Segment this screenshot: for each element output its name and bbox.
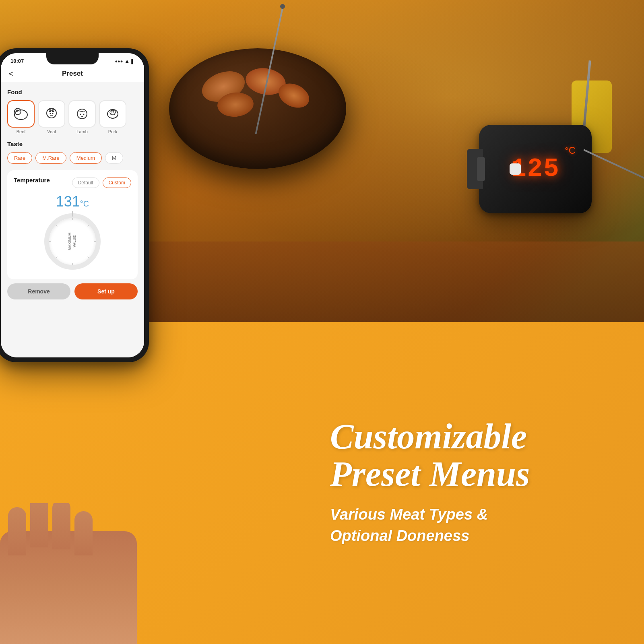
food-label-veal: Veal	[47, 129, 56, 134]
food-icon-veal[interactable]	[38, 100, 65, 128]
status-icons: ●●● ▲ ▌	[115, 58, 134, 64]
svg-line-22	[56, 225, 57, 226]
svg-point-6	[50, 113, 51, 114]
phone-frame: 10:07 ●●● ▲ ▌ < Preset Food	[0, 48, 149, 362]
bottom-buttons: Remove Set up	[7, 283, 138, 299]
food-item-lamb[interactable]: Lamb	[68, 100, 96, 134]
phone-notch	[46, 53, 99, 64]
svg-point-9	[80, 114, 81, 115]
temp-value-display: 131°C	[14, 193, 131, 210]
temp-header: Temperature Default Custom	[14, 177, 131, 188]
signal-icon: ●●●	[115, 59, 123, 64]
headline-customizable: Customizable	[330, 419, 612, 454]
subtitle-line2: Optional Doneness	[330, 526, 612, 547]
device-unit: °C	[565, 145, 576, 156]
food-item-veal[interactable]: Veal	[38, 100, 65, 134]
temp-label: Temperature	[14, 177, 50, 184]
temperature-dial[interactable]: MAXIMUMVALUE	[44, 213, 101, 270]
hand-bottom	[0, 503, 153, 644]
taste-options-row: Rare M.Rare Medium M	[7, 152, 138, 164]
dial-container[interactable]: MAXIMUMVALUE	[14, 213, 131, 270]
toggle-custom[interactable]: Custom	[103, 178, 131, 188]
dial-ticks-svg	[44, 213, 101, 270]
headline-preset: Preset Menus	[330, 456, 612, 492]
app-title: Preset	[62, 70, 83, 78]
food-item-pork[interactable]: Pork	[99, 100, 126, 134]
pork-icon	[105, 106, 121, 122]
toggle-default[interactable]: Default	[72, 178, 99, 188]
svg-point-1	[14, 108, 21, 115]
food-section-label: Food	[7, 89, 138, 95]
temp-unit: °C	[80, 199, 89, 208]
bottom-section: 10:07 ●●● ▲ ▌ < Preset Food	[0, 322, 644, 644]
thermometer-device: 125 °C	[479, 125, 592, 213]
svg-point-15	[111, 114, 112, 115]
subtitle-line1: Various Meat Types &	[330, 504, 612, 525]
svg-point-3	[47, 108, 56, 118]
food-item-beef[interactable]: Beef	[7, 100, 35, 134]
svg-point-4	[49, 109, 51, 112]
svg-point-12	[110, 110, 116, 114]
svg-point-5	[52, 109, 54, 112]
right-content-area: Customizable Preset Menus Various Meat T…	[330, 419, 612, 547]
svg-point-11	[107, 109, 118, 118]
temp-number: 131	[56, 193, 80, 210]
device-side-button	[477, 157, 485, 181]
svg-point-13	[111, 111, 113, 113]
food-icon-lamb[interactable]	[68, 100, 96, 128]
temp-toggle-group: Default Custom	[72, 178, 131, 188]
battery-icon: ▌	[131, 59, 134, 64]
device-body: 125 °C	[479, 125, 592, 213]
beef-icon	[13, 106, 29, 122]
svg-point-14	[113, 111, 114, 113]
lamb-icon	[74, 106, 90, 122]
svg-line-24	[56, 257, 57, 258]
subtitle-text: Various Meat Types & Optional Doneness	[330, 504, 612, 547]
svg-line-23	[88, 257, 89, 258]
svg-point-8	[77, 109, 87, 119]
setup-button[interactable]: Set up	[74, 283, 138, 299]
taste-medium[interactable]: Medium	[70, 152, 102, 164]
taste-section-label: Taste	[7, 140, 138, 147]
wifi-icon: ▲	[124, 58, 130, 64]
taste-mrare[interactable]: M.Rare	[35, 152, 66, 164]
svg-point-16	[114, 114, 115, 115]
temperature-section: Temperature Default Custom 131°C	[7, 170, 138, 279]
food-label-beef: Beef	[17, 129, 26, 134]
phone-hand-container: 10:07 ●●● ▲ ▌ < Preset Food	[0, 48, 193, 644]
remove-button[interactable]: Remove	[7, 283, 70, 299]
food-label-pork: Pork	[108, 129, 118, 134]
food-label-lamb: Lamb	[76, 129, 88, 134]
svg-point-10	[83, 114, 85, 115]
app-header: < Preset	[1, 66, 144, 82]
status-time: 10:07	[10, 58, 24, 64]
food-icons-row: Beef	[7, 100, 138, 134]
taste-rare[interactable]: Rare	[7, 152, 32, 164]
app-content: Food Beef	[1, 82, 144, 357]
food-icon-beef[interactable]	[7, 100, 35, 128]
back-button[interactable]: <	[9, 69, 14, 78]
device-center-button	[510, 163, 521, 175]
taste-m[interactable]: M	[105, 152, 123, 164]
veal-icon	[43, 106, 60, 122]
svg-point-7	[52, 113, 54, 114]
phone-screen: 10:07 ●●● ▲ ▌ < Preset Food	[1, 53, 144, 357]
svg-line-21	[88, 225, 89, 226]
food-icon-pork[interactable]	[99, 100, 126, 128]
